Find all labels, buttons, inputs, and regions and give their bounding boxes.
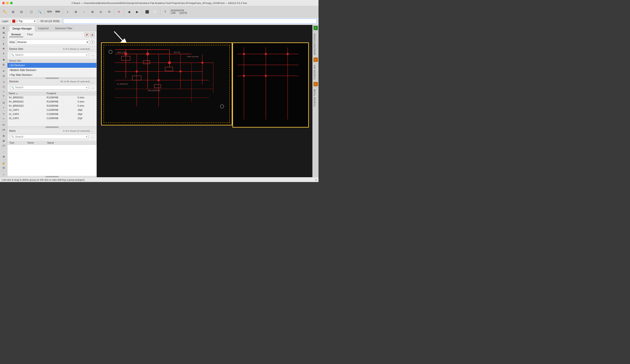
layers-tool[interactable]: ≡ xyxy=(1,51,7,56)
copy-btn[interactable]: ⧉ xyxy=(1,62,7,67)
text-btn[interactable]: T xyxy=(1,94,7,99)
smd-btn[interactable]: ▪ xyxy=(1,105,7,110)
sch-button[interactable]: SCH xyxy=(46,8,54,16)
design-link-button[interactable]: DESIGN LINK xyxy=(171,8,179,16)
device-footprint-cell: C1206FAB xyxy=(45,112,76,116)
fusion360-panel[interactable]: FUSION 360 xyxy=(312,63,318,81)
view-dropdown[interactable]: Devices ▾ xyxy=(16,39,89,45)
devices-search-dropdown[interactable]: ▾ xyxy=(86,86,87,89)
canvas-area[interactable]: PWR_LED1 RST-RF PWR LED RW 5V_BRIDGE2 GN… xyxy=(97,25,312,177)
left-sep-6 xyxy=(1,111,6,111)
device-set-item-2[interactable]: <Top Side Devices> xyxy=(8,73,96,77)
filter-button[interactable]: ⊟ xyxy=(18,8,26,16)
via-btn[interactable]: ◎ xyxy=(1,73,7,78)
drc-button[interactable]: 🔍 xyxy=(36,8,44,16)
pad-btn[interactable]: ⊡ xyxy=(1,101,7,105)
route-btn[interactable]: ⌀ xyxy=(1,69,7,73)
device-sets-scrollbar[interactable] xyxy=(8,77,96,79)
wire-btn[interactable]: ⟋ xyxy=(1,150,7,154)
collapse-btn[interactable]: ⌄ xyxy=(1,172,7,176)
devices-scrollbar[interactable] xyxy=(8,126,96,128)
ratsnest-button[interactable]: ⬡ xyxy=(27,8,35,16)
subtab-filter[interactable]: Filter xyxy=(25,32,35,37)
grid-tool[interactable]: ⊞ xyxy=(1,31,7,35)
devices-search-input[interactable] xyxy=(15,86,86,89)
left-sep-1 xyxy=(1,41,6,41)
items-more-button[interactable]: … xyxy=(90,129,95,133)
bus-btn[interactable]: ≈ xyxy=(1,116,7,121)
eye-tool[interactable]: 👁 xyxy=(1,46,7,51)
devices-col-value[interactable] xyxy=(76,91,96,95)
add-btn[interactable]: ⊕ xyxy=(1,134,7,138)
device-set-item-1[interactable]: <Bottom Side Devices> xyxy=(8,68,96,73)
items-count: 0 of 0 shown (0 selected) xyxy=(63,130,90,132)
group-btn[interactable]: ⊞ xyxy=(1,139,7,143)
zoom-fit-all-button[interactable]: ⊗ xyxy=(88,8,96,16)
table-row[interactable]: 5V_BRIDGE2 R1206FAB 0 ohm xyxy=(8,100,96,104)
help-button[interactable]: ? xyxy=(161,8,169,16)
minimize-button[interactable] xyxy=(6,2,9,4)
zoom-out-button[interactable]: − xyxy=(80,8,88,16)
fusionteam-panel[interactable]: FUSION TEAM xyxy=(312,87,318,108)
run-button[interactable]: ⚪ xyxy=(152,8,159,16)
circle-btn[interactable]: ○ xyxy=(1,89,7,94)
device-sets-options-button[interactable]: … xyxy=(90,53,96,57)
manufacturing-panel[interactable]: MANUFACTURING xyxy=(312,31,318,57)
panel-zoom-button[interactable]: ⊕ xyxy=(90,32,95,37)
stop-button[interactable]: ⬛ xyxy=(143,8,151,16)
devices-options-button[interactable]: … xyxy=(90,86,96,89)
tag-btn[interactable]: 🏷 xyxy=(1,144,7,148)
info-tool[interactable]: ℹ xyxy=(1,42,7,46)
zoom-in-button[interactable]: + xyxy=(64,8,72,16)
devices-more-button[interactable]: … xyxy=(90,80,95,83)
view-help-button[interactable]: ? xyxy=(90,40,95,44)
devices-col-footprint[interactable]: Footprint xyxy=(45,91,76,95)
drc-btn[interactable]: ⊗ xyxy=(1,155,7,159)
device-sets-search-input[interactable] xyxy=(15,53,86,56)
svg-point-46 xyxy=(265,53,267,55)
status-bar: Left-click & drag to define group (or le… xyxy=(0,177,318,182)
cross-tool[interactable]: ✛ xyxy=(1,35,7,40)
command-input[interactable] xyxy=(63,18,317,24)
search-icon-3: 🔍 xyxy=(11,135,14,138)
polygon-btn[interactable]: ⬡ xyxy=(1,85,7,89)
items-options-button[interactable]: … xyxy=(90,135,96,139)
tab-inspector[interactable]: Inspector xyxy=(35,26,52,31)
arc-btn[interactable]: ∿ xyxy=(1,80,7,84)
main-tabs: Design Manager Inspector Selection Filte… xyxy=(8,25,96,31)
subtab-browser[interactable]: Browser xyxy=(9,32,23,37)
items-search-dropdown[interactable]: ▾ xyxy=(86,136,87,138)
layer-selector[interactable]: 1 Top ▾ xyxy=(11,19,37,23)
table-row[interactable]: 15_CAP1 C1206FAB 22pf xyxy=(8,116,96,120)
zoom-fit-button[interactable]: ⊕ xyxy=(72,8,80,16)
table-row[interactable]: 5V_BRIDGE1 R1206FAB 0 ohm xyxy=(8,95,96,100)
snap-btn[interactable]: ⊟ xyxy=(1,166,7,170)
move-tool[interactable]: ⊕ xyxy=(1,26,7,30)
panel-pin-button[interactable]: 📌 xyxy=(84,32,89,37)
close-button[interactable] xyxy=(2,2,5,4)
device-set-item-0[interactable]: <All Devices> xyxy=(8,63,96,68)
lock-btn[interactable]: 🔒 xyxy=(1,161,7,165)
zoom-select-button[interactable]: ⊙ xyxy=(97,8,105,16)
select-tool-button[interactable]: ✏️ xyxy=(1,8,9,16)
pcb-quote-button[interactable]: PCB QUOTE xyxy=(180,8,187,16)
forward-button[interactable]: ▶ xyxy=(133,8,141,16)
back-button[interactable]: ◀ xyxy=(125,8,133,16)
brd-button[interactable]: BRD xyxy=(54,8,62,16)
tab-selection-filter[interactable]: Selection Filter xyxy=(52,26,75,31)
device-sets-search-dropdown[interactable]: ▾ xyxy=(86,54,87,56)
devices-col-name[interactable]: Name ▲ xyxy=(8,91,45,95)
device-sets-more-button[interactable]: … xyxy=(90,47,95,51)
table-row[interactable]: 12_CAP2 C1206FAB 18pf xyxy=(8,112,96,116)
grid-button[interactable]: ⊞ xyxy=(9,8,17,16)
pan-button[interactable]: ⟲ xyxy=(105,8,113,16)
net-btn[interactable]: ∿ xyxy=(1,112,7,116)
items-search-input[interactable] xyxy=(15,135,86,138)
move-btn[interactable]: ✥ xyxy=(1,58,7,62)
maximize-button[interactable] xyxy=(10,2,13,4)
table-row[interactable]: 12_CAP1 C1206FAB 18pf xyxy=(8,108,96,112)
left-sep-2 xyxy=(1,57,6,57)
tab-design-manager[interactable]: Design Manager xyxy=(9,26,35,31)
x-tool-button[interactable]: ✕ xyxy=(115,8,123,16)
table-row[interactable]: 5V_BRIDGE3 R1206FAB 0 ohm xyxy=(8,104,96,108)
